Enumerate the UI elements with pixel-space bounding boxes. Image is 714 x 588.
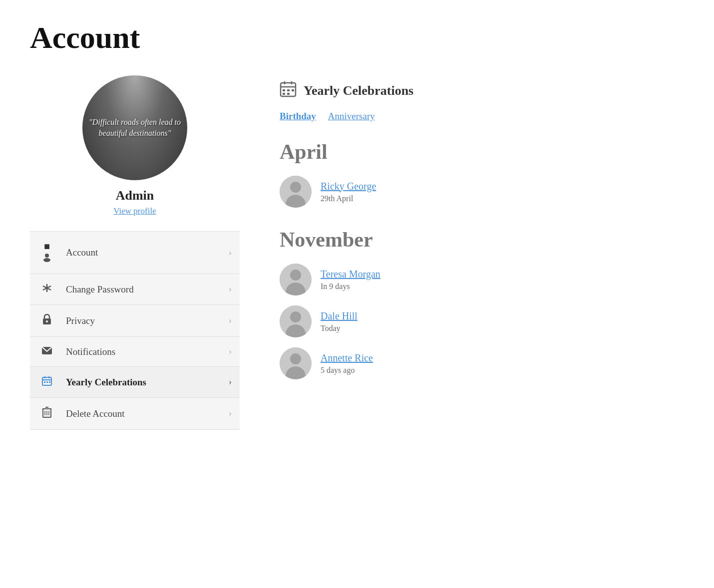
person-info-ricky-george: Ricky George 29th April: [321, 181, 376, 203]
user-icon: ■: [38, 241, 56, 265]
chevron-icon-notifications: ›: [229, 346, 232, 357]
asterisk-icon: [38, 283, 56, 295]
avatar-teresa-morgan: [280, 264, 312, 295]
list-item: Teresa Morgan In 9 days: [280, 264, 684, 295]
person-info-annette-rice: Annette Rice 5 days ago: [321, 352, 373, 375]
calendar-icon-menu: [38, 376, 56, 388]
avatar-quote: "Difficult roads often lead to beautiful…: [82, 112, 187, 144]
tab-anniversary[interactable]: Anniversary: [328, 111, 375, 122]
right-panel: Yearly Celebrations Birthday Anniversary…: [280, 75, 684, 399]
menu-label-notifications: Notifications: [66, 346, 219, 357]
left-panel: "Difficult roads often lead to beautiful…: [30, 75, 240, 430]
menu-label-change-password: Change Password: [66, 284, 219, 295]
svg-point-1: [43, 258, 50, 262]
section-title: Yearly Celebrations: [304, 83, 413, 98]
calendar-icon-header: [280, 80, 297, 101]
svg-point-0: [45, 254, 49, 258]
svg-rect-14: [49, 381, 50, 383]
month-november: November: [280, 228, 684, 252]
chevron-icon-privacy: ›: [229, 315, 232, 326]
menu-item-delete-account[interactable]: Delete Account ›: [30, 398, 240, 430]
view-profile-link[interactable]: View profile: [113, 206, 156, 216]
username: Admin: [116, 188, 154, 203]
menu-label-account: Account: [66, 247, 219, 258]
svg-rect-29: [287, 93, 290, 95]
svg-rect-12: [44, 381, 45, 383]
person-name-ricky-george[interactable]: Ricky George: [321, 181, 376, 192]
svg-rect-28: [283, 93, 285, 95]
person-date-annette-rice: 5 days ago: [321, 366, 373, 375]
person-info-teresa-morgan: Teresa Morgan In 9 days: [321, 269, 380, 291]
chevron-icon-yearly-celebrations: ›: [229, 377, 232, 387]
menu-list: ■ Account › Change Passwo: [30, 231, 240, 430]
svg-rect-27: [292, 89, 294, 91]
trash-icon: [38, 407, 56, 420]
menu-label-privacy: Privacy: [66, 315, 219, 326]
list-item: Dale Hill Today: [280, 305, 684, 337]
lock-icon: [38, 314, 56, 327]
avatar-ricky-george: [280, 176, 312, 208]
list-item: Ricky George 29th April: [280, 176, 684, 208]
menu-label-yearly-celebrations: Yearly Celebrations: [66, 377, 219, 388]
avatar: "Difficult roads often lead to beautiful…: [82, 75, 187, 180]
tabs: Birthday Anniversary: [280, 111, 684, 122]
menu-item-account[interactable]: ■ Account ›: [30, 232, 240, 274]
svg-rect-25: [283, 89, 285, 91]
person-name-dale-hill[interactable]: Dale Hill: [321, 310, 357, 322]
month-april: April: [280, 140, 684, 164]
person-name-annette-rice[interactable]: Annette Rice: [321, 352, 373, 364]
menu-label-delete-account: Delete Account: [66, 408, 219, 419]
person-date-teresa-morgan: In 9 days: [321, 282, 380, 291]
celebration-list-april: Ricky George 29th April: [280, 176, 684, 208]
menu-item-notifications[interactable]: Notifications ›: [30, 337, 240, 367]
envelope-icon: [38, 346, 56, 357]
menu-item-privacy[interactable]: Privacy ›: [30, 305, 240, 337]
person-date-ricky-george: 29th April: [321, 194, 376, 203]
list-item: Annette Rice 5 days ago: [280, 347, 684, 379]
menu-item-change-password[interactable]: Change Password ›: [30, 274, 240, 305]
person-info-dale-hill: Dale Hill Today: [321, 310, 357, 333]
svg-point-6: [46, 320, 48, 322]
celebration-list-november: Teresa Morgan In 9 days Dale Hill Today: [280, 264, 684, 379]
tab-birthday[interactable]: Birthday: [280, 111, 316, 122]
chevron-icon-change-password: ›: [229, 284, 232, 294]
chevron-icon-account: ›: [229, 248, 232, 258]
svg-rect-26: [287, 89, 290, 91]
section-header: Yearly Celebrations: [280, 80, 684, 101]
page-title: Account: [30, 20, 684, 55]
person-date-dale-hill: Today: [321, 324, 357, 333]
menu-item-yearly-celebrations[interactable]: Yearly Celebrations ›: [30, 367, 240, 398]
avatar-annette-rice: [280, 347, 312, 379]
svg-rect-13: [46, 381, 48, 383]
person-name-teresa-morgan[interactable]: Teresa Morgan: [321, 269, 380, 280]
avatar-dale-hill: [280, 305, 312, 337]
chevron-icon-delete-account: ›: [229, 408, 232, 419]
